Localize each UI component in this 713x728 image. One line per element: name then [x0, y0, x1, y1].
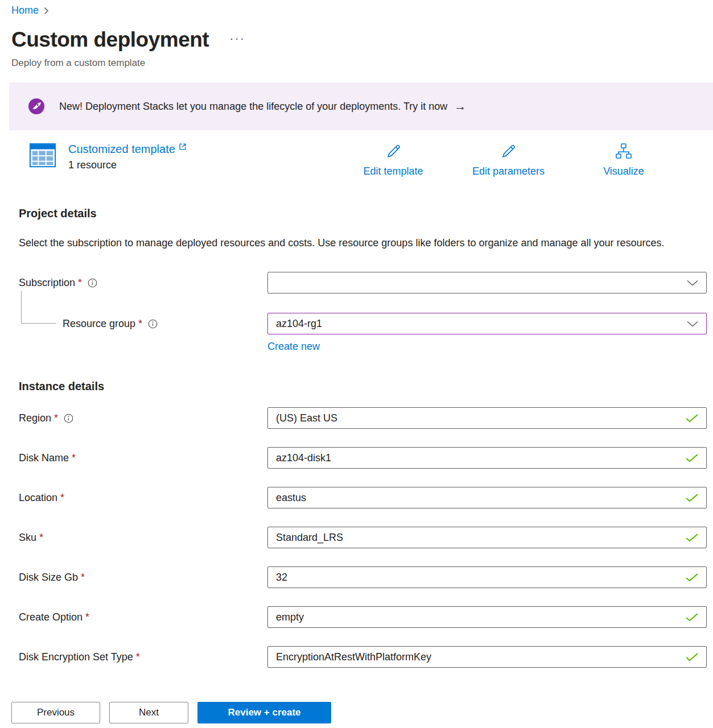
template-link-label: Customized template: [68, 143, 175, 156]
breadcrumb-chevron-icon: [44, 7, 49, 15]
project-details-description: Select the subscription to manage deploy…: [19, 234, 673, 252]
page-title: Custom deployment: [11, 27, 209, 53]
required-asterisk: *: [78, 277, 82, 289]
required-asterisk: *: [81, 572, 85, 584]
template-summary: Customized template 1 resource Edit temp…: [30, 143, 681, 177]
template-icon: [30, 143, 56, 168]
page-header: Custom deployment ···: [11, 27, 713, 53]
edit-parameters-label: Edit parameters: [472, 166, 545, 177]
disk-size-value: 32: [276, 572, 287, 584]
chevron-down-icon: [681, 280, 698, 286]
required-asterisk: *: [138, 318, 142, 330]
sku-label: Sku: [19, 532, 36, 544]
edit-template-button[interactable]: Edit template: [362, 143, 424, 177]
pencil-icon: [500, 143, 517, 160]
disk-name-label: Disk Name: [19, 452, 69, 464]
info-icon[interactable]: [88, 278, 97, 288]
chevron-down-icon: [681, 321, 698, 327]
valid-check-icon: [680, 613, 698, 621]
deployment-stacks-banner[interactable]: New! Deployment Stacks let you manage th…: [9, 82, 713, 130]
visualize-label: Visualize: [603, 166, 644, 177]
required-asterisk: *: [60, 492, 64, 504]
sku-row: Sku * Standard_LRS: [19, 526, 707, 549]
arrow-right-icon: →: [454, 100, 466, 113]
wizard-footer: Previous Next Review + create: [0, 687, 713, 728]
banner-message: New! Deployment Stacks let you manage th…: [59, 101, 447, 113]
breadcrumb-home-link[interactable]: Home: [11, 5, 39, 16]
region-value: (US) East US: [276, 412, 337, 424]
disk-size-label: Disk Size Gb: [19, 572, 78, 584]
required-asterisk: *: [136, 651, 140, 663]
project-details-heading: Project details: [19, 207, 707, 220]
project-rows: Subscription *: [19, 271, 707, 335]
resource-count: 1 resource: [68, 159, 187, 171]
next-button[interactable]: Next: [109, 702, 188, 723]
review-create-button[interactable]: Review + create: [197, 702, 331, 723]
edit-parameters-button[interactable]: Edit parameters: [472, 143, 545, 177]
more-options-button[interactable]: ···: [229, 32, 245, 45]
valid-check-icon: [680, 454, 698, 462]
create-option-value: empty: [276, 611, 304, 623]
location-value: eastus: [276, 492, 306, 504]
customized-template-link[interactable]: Customized template: [68, 143, 187, 156]
breadcrumb: Home: [11, 5, 713, 16]
disk-size-input[interactable]: 32: [267, 566, 707, 588]
valid-check-icon: [680, 414, 698, 422]
resource-group-dropdown[interactable]: az104-rg1: [267, 313, 707, 334]
external-link-icon: [179, 143, 187, 151]
required-asterisk: *: [72, 452, 76, 464]
required-asterisk: *: [85, 611, 89, 623]
create-option-input[interactable]: empty: [267, 606, 707, 628]
disk-size-row: Disk Size Gb * 32: [19, 566, 707, 589]
disk-name-input[interactable]: az104-disk1: [267, 447, 707, 469]
instance-details-heading: Instance details: [19, 380, 707, 393]
disk-name-value: az104-disk1: [276, 452, 331, 464]
resource-group-value: az104-rg1: [276, 318, 322, 330]
valid-check-icon: [680, 533, 698, 541]
region-row: Region * (US) East US: [19, 407, 707, 429]
rocket-icon: [28, 98, 44, 114]
disk-encryption-set-type-row: Disk Encryption Set Type * EncryptionAtR…: [19, 646, 707, 668]
info-icon[interactable]: [148, 319, 158, 329]
deployment-form: Project details Select the subscription …: [19, 207, 707, 668]
template-actions: Edit template Edit parameters: [362, 143, 655, 177]
region-label: Region: [19, 412, 51, 424]
previous-button[interactable]: Previous: [11, 702, 100, 723]
page-subtitle: Deploy from a custom template: [11, 57, 713, 69]
disk-encryption-set-type-label: Disk Encryption Set Type: [19, 651, 133, 663]
valid-check-icon: [680, 653, 698, 661]
subscription-label: Subscription: [19, 277, 75, 289]
disk-encryption-set-type-value: EncryptionAtRestWithPlatformKey: [276, 651, 431, 663]
custom-deployment-page: Home Custom deployment ··· Deploy from a…: [0, 0, 713, 728]
location-input[interactable]: eastus: [267, 487, 707, 508]
edit-template-label: Edit template: [363, 166, 423, 177]
disk-name-row: Disk Name * az104-disk1: [19, 446, 707, 469]
region-input[interactable]: (US) East US: [267, 407, 707, 429]
create-option-label: Create Option: [19, 611, 83, 623]
sku-input[interactable]: Standard_LRS: [267, 527, 707, 548]
disk-encryption-set-type-input[interactable]: EncryptionAtRestWithPlatformKey: [267, 646, 707, 668]
pencil-icon: [385, 143, 402, 160]
valid-check-icon: [680, 494, 698, 502]
subscription-dropdown[interactable]: [267, 272, 707, 293]
create-new-link[interactable]: Create new: [267, 341, 320, 353]
tree-connector-line: [21, 291, 56, 324]
valid-check-icon: [680, 573, 698, 581]
required-asterisk: *: [39, 532, 43, 544]
resource-group-label: Resource group: [63, 318, 135, 330]
create-option-row: Create Option * empty: [19, 606, 707, 628]
hierarchy-icon: [615, 143, 632, 160]
resource-group-row: Resource group * az104-rg1: [19, 312, 707, 335]
info-icon[interactable]: [64, 413, 73, 423]
visualize-button[interactable]: Visualize: [592, 143, 655, 177]
subscription-row: Subscription *: [19, 271, 707, 294]
location-row: Location * eastus: [19, 486, 707, 509]
sku-value: Standard_LRS: [276, 532, 343, 544]
required-asterisk: *: [54, 412, 58, 424]
location-label: Location: [19, 492, 57, 504]
